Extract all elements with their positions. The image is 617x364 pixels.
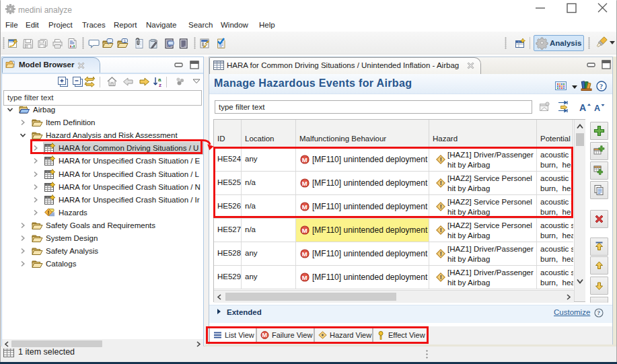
svg-text:M: M — [302, 227, 307, 234]
svg-text:A: A — [579, 102, 586, 113]
svg-text:z: z — [159, 82, 161, 88]
svg-text:M: M — [302, 250, 307, 258]
svg-text:!: ! — [440, 250, 442, 257]
svg-text:M: M — [302, 274, 307, 281]
svg-text:!: ! — [440, 274, 442, 281]
svg-text:A: A — [594, 104, 600, 113]
svg-text:!: ! — [47, 209, 49, 216]
svg-text:?: ? — [597, 310, 601, 316]
svg-text:1: 1 — [124, 39, 126, 43]
svg-text:?: ? — [600, 83, 603, 90]
svg-text:!: ! — [440, 227, 442, 233]
